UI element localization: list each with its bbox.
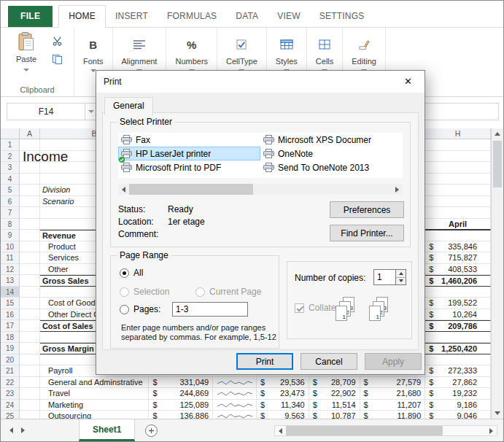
cell[interactable]: $199,522: [425, 298, 491, 309]
cell[interactable]: $125,089: [149, 400, 213, 411]
cell[interactable]: $22,902: [309, 388, 360, 400]
cell[interactable]: $27,862: [425, 377, 491, 389]
sparkline-cell[interactable]: [213, 411, 257, 419]
cell[interactable]: [425, 287, 491, 298]
cancel-button[interactable]: Cancel: [301, 353, 357, 370]
cell[interactable]: [20, 264, 40, 276]
row-header[interactable]: 1: [1, 139, 20, 151]
cell[interactable]: $10,787: [309, 411, 360, 419]
row-header[interactable]: 22: [1, 377, 20, 389]
scrollbar-thumb[interactable]: [129, 184, 253, 195]
scroll-right-icon[interactable]: [486, 426, 497, 435]
dialog-titlebar[interactable]: Print ✕: [96, 71, 424, 93]
name-box[interactable]: F14: [7, 104, 85, 120]
cell[interactable]: [20, 287, 40, 298]
printer-item[interactable]: HP LaserJet printer: [118, 147, 260, 160]
cell[interactable]: $19,232: [425, 388, 491, 400]
column-header[interactable]: H: [425, 128, 491, 139]
cell[interactable]: [20, 230, 40, 241]
row-header[interactable]: 17: [1, 320, 20, 332]
printer-list-scrollbar[interactable]: [118, 184, 403, 195]
collate-checkbox[interactable]: Collate: [295, 303, 336, 313]
cell[interactable]: [20, 185, 40, 196]
cell[interactable]: $9,563: [257, 411, 309, 419]
sparkline-cell[interactable]: [213, 400, 257, 411]
cell[interactable]: Marketing: [40, 400, 150, 411]
row-header[interactable]: 10: [1, 241, 20, 253]
apply-button[interactable]: Apply: [365, 353, 422, 370]
cell[interactable]: [425, 332, 491, 344]
row-header[interactable]: 4: [1, 174, 20, 185]
row-header[interactable]: 12: [1, 264, 20, 276]
tab-general[interactable]: General: [104, 97, 153, 115]
cell[interactable]: $11,890: [360, 411, 426, 419]
row-header[interactable]: 7: [1, 207, 20, 219]
cell[interactable]: [20, 377, 40, 389]
cell[interactable]: [20, 320, 40, 332]
cell[interactable]: $21,680: [360, 388, 426, 400]
spinner-up-icon[interactable]: [396, 270, 406, 278]
cell[interactable]: [425, 207, 491, 219]
cell[interactable]: $29,536: [257, 377, 309, 389]
cell[interactable]: Travel: [40, 388, 150, 400]
cell[interactable]: [425, 230, 491, 241]
scrollbar-thumb[interactable]: [286, 426, 443, 435]
cell[interactable]: [425, 185, 491, 196]
radio-all[interactable]: All: [120, 268, 143, 278]
scroll-left-icon[interactable]: [275, 426, 286, 435]
copy-button[interactable]: [50, 54, 63, 66]
vertical-scrollbar[interactable]: [491, 128, 503, 419]
row-header[interactable]: 3: [1, 162, 20, 174]
cell[interactable]: $335,846: [425, 241, 491, 253]
radio-current-page[interactable]: Current Page: [195, 287, 261, 297]
cell[interactable]: $1,250,420: [425, 343, 491, 354]
cell[interactable]: $10,264: [425, 309, 491, 321]
row-header[interactable]: 24: [1, 400, 20, 411]
scroll-up-icon[interactable]: [492, 128, 503, 139]
cell[interactable]: [20, 252, 40, 264]
tab-view[interactable]: VIEW: [268, 6, 309, 27]
tab-home[interactable]: HOME: [58, 5, 106, 28]
cell[interactable]: $11,207: [360, 400, 426, 411]
close-icon[interactable]: ✕: [392, 71, 424, 92]
row-header[interactable]: 6: [1, 196, 20, 208]
cell[interactable]: $1,460,206: [425, 275, 491, 287]
cell[interactable]: [20, 365, 40, 377]
row-header[interactable]: 13: [1, 275, 20, 287]
printer-item[interactable]: Send To OneNote 2013: [260, 160, 403, 174]
cell[interactable]: $9,046: [425, 411, 491, 419]
row-header[interactable]: 21: [1, 365, 20, 377]
spinner-down-icon[interactable]: [396, 278, 406, 285]
cell[interactable]: $23,473: [257, 388, 309, 400]
select-all-corner[interactable]: [1, 128, 20, 139]
cell[interactable]: [20, 241, 40, 253]
preferences-button[interactable]: Preferences: [330, 201, 404, 218]
cell[interactable]: [20, 343, 40, 354]
cell[interactable]: [20, 275, 40, 287]
cell[interactable]: $272,333: [425, 365, 491, 377]
tab-insert[interactable]: INSERT: [106, 6, 158, 27]
cell[interactable]: [425, 174, 491, 185]
sparkline-cell[interactable]: [213, 377, 257, 389]
sheet-nav-left-icon[interactable]: [9, 427, 13, 433]
add-sheet-button[interactable]: [145, 424, 158, 437]
tab-settings[interactable]: SETTINGS: [310, 6, 374, 27]
tab-data[interactable]: DATA: [226, 6, 268, 27]
row-header[interactable]: 14: [1, 287, 20, 298]
row-header[interactable]: 15: [1, 298, 20, 309]
cell[interactable]: [20, 388, 40, 400]
cell[interactable]: $9,186: [425, 400, 491, 411]
cell[interactable]: [20, 309, 40, 321]
cell[interactable]: [425, 151, 491, 163]
row-header[interactable]: 11: [1, 252, 20, 264]
cell[interactable]: April: [425, 219, 491, 230]
cell[interactable]: $27,579: [360, 377, 426, 389]
tab-formulas[interactable]: FORMULAS: [158, 6, 226, 27]
printer-item[interactable]: Fax: [118, 133, 260, 147]
cell[interactable]: General and Adminstrative: [40, 377, 150, 389]
scroll-down-icon[interactable]: [492, 408, 503, 419]
row-header[interactable]: 25: [1, 411, 20, 419]
copies-input[interactable]: [373, 269, 395, 285]
row-header[interactable]: 18: [1, 332, 20, 344]
cell[interactable]: [425, 354, 491, 366]
